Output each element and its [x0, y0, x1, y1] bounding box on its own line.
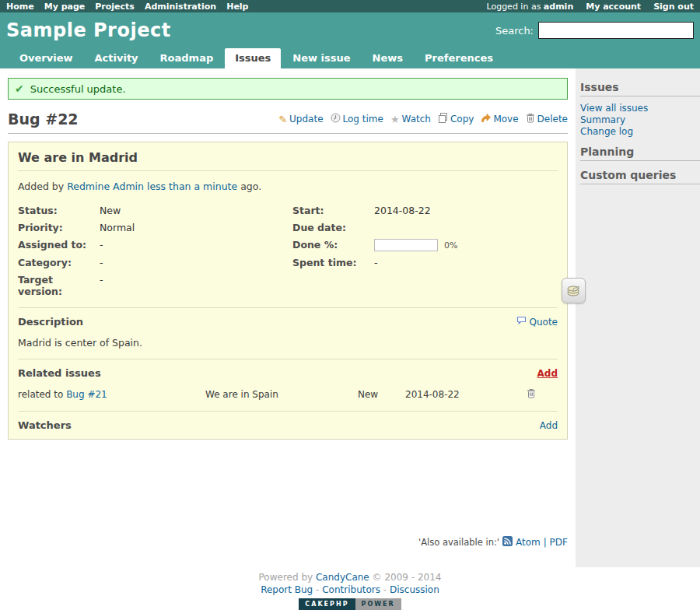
sidebar-heading-issues: Issues — [580, 81, 700, 96]
added-by-prefix: Added by — [18, 181, 64, 192]
delete-button[interactable]: Delete — [526, 113, 568, 125]
sidebar-heading-custom-queries: Custom queries — [580, 169, 700, 184]
tab-preferences[interactable]: Preferences — [415, 48, 503, 68]
description-heading: Description — [18, 316, 83, 328]
top-menu-sign-out[interactable]: Sign out — [653, 2, 694, 12]
debug-toolbar-button[interactable] — [562, 278, 586, 303]
description-text: Madrid is center of Spain. — [18, 337, 558, 349]
move-icon — [481, 113, 491, 125]
added-suffix: ago. — [240, 181, 261, 192]
sidebar-link-summary[interactable]: Summary — [580, 114, 700, 126]
spent-time-label: Spent time: — [292, 257, 374, 268]
top-menu-my-account[interactable]: My account — [586, 2, 641, 12]
related-issues-header-row: Related issues Add — [18, 367, 558, 379]
added-time-link[interactable]: less than a minute — [147, 181, 237, 192]
author-link[interactable]: Redmine Admin — [67, 181, 144, 192]
sidebar-link-view-all-issues[interactable]: View all issues — [580, 103, 700, 114]
top-menu-right: Logged in as admin My account Sign out — [486, 2, 694, 12]
report-bug-link[interactable]: Report Bug — [261, 584, 313, 595]
tab-activity[interactable]: Activity — [85, 48, 149, 68]
contributors-link[interactable]: Contributors — [322, 584, 380, 595]
project-title: Sample Project — [6, 19, 171, 41]
issue-subject: We are in Madrid — [18, 150, 558, 171]
add-watcher-button[interactable]: Add — [540, 420, 558, 431]
atom-icon — [502, 536, 513, 549]
logged-in-username: admin — [544, 2, 573, 12]
add-related-issue-button[interactable]: Add — [537, 368, 558, 379]
tab-new-issue[interactable]: New issue — [282, 48, 360, 68]
divider — [18, 359, 558, 359]
top-menu-projects[interactable]: Projects — [95, 2, 135, 12]
related-status-cell: New — [358, 389, 405, 400]
format-separator: | — [544, 537, 547, 548]
status-label: Status: — [18, 205, 100, 216]
trash-icon — [526, 113, 535, 125]
top-menu-my-page[interactable]: My page — [44, 2, 86, 12]
search-label: Search: — [495, 25, 534, 37]
sidebar-link-change-log[interactable]: Change log — [580, 126, 700, 138]
tab-overview[interactable]: Overview — [9, 48, 83, 68]
cakephp-power-badge[interactable]: CAKEPHP POWER — [299, 598, 401, 610]
related-start-date-cell: 2014-08-22 — [405, 389, 527, 400]
logged-in-text: Logged in as admin — [486, 2, 573, 12]
cake-icon — [565, 282, 582, 300]
watchers-header-row: Watchers Add — [18, 419, 558, 431]
candycane-link[interactable]: CandyCane — [316, 572, 369, 583]
powered-by-text: Powered by — [259, 572, 313, 583]
delete-relation-button[interactable] — [527, 388, 544, 401]
contextual-actions: ✎ Update Log time ★ Watch — [275, 113, 568, 125]
category-label: Category: — [18, 257, 100, 268]
spent-time-value: - — [374, 257, 558, 268]
divider — [18, 307, 558, 308]
tab-news[interactable]: News — [362, 48, 413, 68]
watch-button[interactable]: ★ Watch — [390, 114, 431, 125]
done-ratio-cell: 0% — [374, 239, 558, 251]
tab-issues[interactable]: Issues — [225, 48, 281, 68]
start-value: 2014-08-22 — [374, 205, 558, 216]
status-value: New — [100, 205, 292, 216]
top-menu-help[interactable]: Help — [226, 2, 248, 12]
top-menu-bar: Home My page Projects Administration Hel… — [0, 0, 700, 12]
flash-success-message: ✔ Successful update. — [8, 78, 568, 100]
discussion-link[interactable]: Discussion — [390, 584, 439, 595]
footer-separator: - — [383, 584, 387, 595]
copy-button[interactable]: Copy — [438, 113, 474, 125]
update-button[interactable]: ✎ Update — [278, 114, 323, 124]
related-relation-cell: related to Bug #21 — [18, 389, 205, 400]
related-issue-link[interactable]: Bug #21 — [66, 389, 107, 400]
tab-roadmap[interactable]: Roadmap — [150, 48, 224, 68]
cakephp-badge-left: CAKEPHP — [299, 598, 355, 610]
clock-icon — [331, 113, 341, 125]
related-issue-row: related to Bug #21 We are in Spain New 2… — [18, 388, 558, 401]
flash-text: Successful update. — [30, 83, 126, 95]
quote-button[interactable]: Quote — [516, 316, 558, 328]
divider — [18, 411, 558, 412]
sidebar: Issues View all issues Summary Change lo… — [576, 68, 700, 567]
top-menu-home[interactable]: Home — [6, 2, 34, 12]
related-subject-cell: We are in Spain — [205, 389, 358, 400]
atom-link[interactable]: Atom — [516, 537, 541, 548]
search-input[interactable] — [538, 22, 694, 39]
issue-author-line: Added by Redmine Admin less than a minut… — [18, 181, 558, 192]
category-value: - — [100, 257, 292, 268]
log-time-button[interactable]: Log time — [331, 113, 383, 125]
footer: Powered by CandyCane © 2009 - 2014 Repor… — [0, 567, 700, 610]
move-button[interactable]: Move — [481, 113, 518, 125]
target-version-value: - — [100, 274, 292, 286]
done-ratio-label: Done %: — [292, 239, 374, 251]
main-content: ✔ Successful update. Bug #22 ✎ Update Lo… — [0, 68, 576, 567]
watchers-heading: Watchers — [18, 419, 72, 431]
priority-value: Normal — [100, 222, 292, 233]
quote-icon — [516, 316, 527, 328]
also-available-label: 'Also available in:' — [418, 537, 499, 548]
pdf-link[interactable]: PDF — [550, 537, 568, 548]
cakephp-badge-right: POWER — [355, 598, 401, 610]
relation-type: related to — [18, 389, 63, 400]
issue-attributes: Status: New Start: 2014-08-22 Priority: … — [18, 205, 558, 297]
logged-in-prefix: Logged in as — [486, 2, 541, 12]
assigned-to-label: Assigned to: — [18, 239, 100, 251]
footer-powered-line: Powered by CandyCane © 2009 - 2014 — [0, 572, 700, 583]
trash-icon — [527, 388, 536, 401]
issue-heading-row: Bug #22 ✎ Update Log time ★ Watch — [8, 110, 568, 134]
top-menu-administration[interactable]: Administration — [145, 2, 216, 12]
